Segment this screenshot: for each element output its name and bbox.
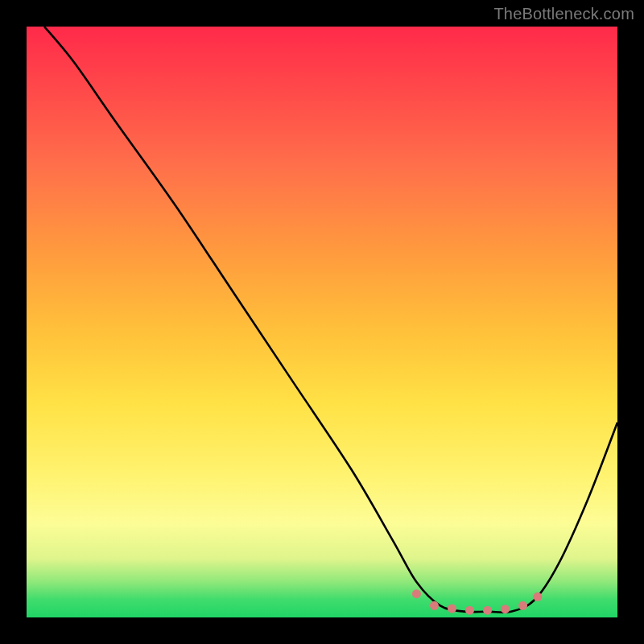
trough-dot <box>518 601 527 610</box>
trough-dot <box>483 606 492 615</box>
trough-dot <box>533 592 542 601</box>
watermark-text: TheBottleneck.com <box>493 5 634 23</box>
trough-dot <box>501 605 510 613</box>
trough-dot <box>412 589 421 598</box>
curve-svg <box>27 27 617 617</box>
plot-area <box>27 27 617 617</box>
trough-dot <box>430 601 439 610</box>
chart-container: TheBottleneck.com <box>0 0 644 644</box>
main-curve <box>44 27 617 613</box>
trough-dot <box>448 604 456 613</box>
trough-dot <box>465 606 474 615</box>
